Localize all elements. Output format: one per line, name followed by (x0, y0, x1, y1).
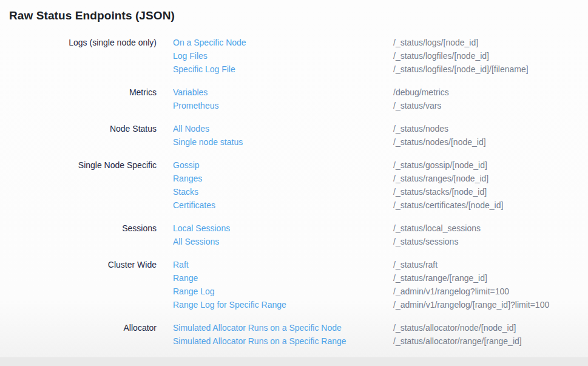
endpoint-path: /_status/raft (393, 258, 549, 271)
endpoint-paths-column: /_status/logs/[node_id] /_status/logfile… (393, 36, 529, 76)
endpoint-path: /_status/logfiles/[node_id] (393, 49, 529, 63)
group-category-label: Logs (single node only) (0, 36, 157, 49)
endpoint-link[interactable]: Gossip (173, 158, 200, 172)
endpoint-group-logs: Logs (single node only) On a Specific No… (0, 36, 588, 76)
endpoint-link[interactable]: Range Log for Specific Range (173, 298, 286, 311)
endpoint-links-column: Raft Range Range Log Range Log for Speci… (173, 258, 393, 311)
endpoint-link[interactable]: On a Specific Node (173, 36, 246, 49)
endpoint-path: /_status/range/[range_id] (393, 271, 549, 285)
endpoint-group-node-status: Node Status All Nodes Single node status… (0, 122, 588, 149)
endpoint-link[interactable]: Stacks (173, 185, 198, 198)
endpoint-path: /_status/logs/[node_id] (393, 36, 529, 49)
group-category-label: Cluster Wide (0, 258, 157, 271)
endpoint-paths-column: /_status/local_sessions /_status/session… (393, 222, 481, 248)
endpoint-path: /_status/sessions (393, 235, 481, 248)
endpoint-links-column: Local Sessions All Sessions (173, 222, 393, 248)
endpoint-path: /_status/allocator/node/[node_id] (393, 321, 522, 334)
endpoint-link[interactable]: Raft (173, 258, 189, 271)
endpoint-paths-column: /_status/nodes /_status/nodes/[node_id] (393, 122, 486, 149)
endpoint-path: /_status/stacks/[node_id] (393, 185, 503, 198)
endpoint-groups: Logs (single node only) On a Specific No… (0, 36, 588, 348)
endpoint-link[interactable]: Simulated Allocator Runs on a Specific R… (173, 334, 346, 348)
endpoint-link[interactable]: Ranges (173, 172, 202, 185)
endpoint-path: /_status/nodes/[node_id] (393, 135, 486, 149)
endpoint-path: /_status/allocator/range/[range_id] (393, 334, 522, 348)
page-title: Raw Status Endpoints (JSON) (9, 9, 588, 22)
endpoint-path: /_admin/v1/rangelog/[range_id]?limit=100 (393, 298, 549, 311)
endpoint-path: /_status/gossip/[node_id] (393, 158, 503, 172)
endpoint-path: /_status/vars (393, 99, 449, 112)
endpoint-link[interactable]: Specific Log File (173, 63, 235, 76)
endpoint-link[interactable]: Log Files (173, 49, 208, 63)
endpoint-links-column: On a Specific Node Log Files Specific Lo… (173, 36, 393, 76)
endpoint-link[interactable]: All Nodes (173, 122, 209, 135)
endpoint-path: /_status/local_sessions (393, 222, 481, 235)
endpoint-link[interactable]: Simulated Allocator Runs on a Specific N… (173, 321, 342, 334)
endpoint-link[interactable]: Range Log (173, 285, 215, 298)
endpoint-link[interactable]: Prometheus (173, 99, 218, 112)
endpoint-links-column: Simulated Allocator Runs on a Specific N… (173, 321, 393, 348)
group-category-label: Node Status (0, 122, 157, 135)
endpoint-paths-column: /_status/gossip/[node_id] /_status/range… (393, 158, 503, 212)
endpoint-path: /_status/logfiles/[node_id]/[filename] (393, 63, 529, 76)
group-category-label: Allocator (0, 321, 157, 334)
group-category-label: Single Node Specific (0, 158, 157, 172)
endpoint-paths-column: /_status/allocator/node/[node_id] /_stat… (393, 321, 522, 348)
group-category-label: Metrics (0, 86, 157, 99)
endpoint-link[interactable]: Local Sessions (173, 222, 230, 235)
endpoint-group-sessions: Sessions Local Sessions All Sessions /_s… (0, 222, 588, 248)
endpoint-link[interactable]: Range (173, 271, 198, 285)
endpoint-group-allocator: Allocator Simulated Allocator Runs on a … (0, 321, 588, 348)
section-divider (0, 358, 588, 366)
endpoint-links-column: Gossip Ranges Stacks Certificates (173, 158, 393, 212)
endpoint-group-cluster-wide: Cluster Wide Raft Range Range Log Range … (0, 258, 588, 311)
endpoint-group-single-node-specific: Single Node Specific Gossip Ranges Stack… (0, 158, 588, 212)
endpoint-group-metrics: Metrics Variables Prometheus /debug/metr… (0, 86, 588, 112)
endpoint-paths-column: /debug/metrics /_status/vars (393, 86, 449, 112)
endpoint-path: /_status/ranges/[node_id] (393, 172, 503, 185)
endpoint-links-column: All Nodes Single node status (173, 122, 393, 149)
endpoint-path: /debug/metrics (393, 86, 449, 99)
endpoint-path: /_admin/v1/rangelog?limit=100 (393, 285, 549, 298)
endpoint-path: /_status/nodes (393, 122, 486, 135)
endpoint-link[interactable]: Single node status (173, 135, 243, 149)
endpoint-link[interactable]: Certificates (173, 198, 215, 212)
endpoint-links-column: Variables Prometheus (173, 86, 393, 112)
group-category-label: Sessions (0, 222, 157, 235)
raw-status-endpoints-panel: Raw Status Endpoints (JSON) Logs (single… (0, 0, 588, 348)
endpoint-path: /_status/certificates/[node_id] (393, 198, 503, 212)
endpoint-paths-column: /_status/raft /_status/range/[range_id] … (393, 258, 549, 311)
endpoint-link[interactable]: All Sessions (173, 235, 219, 248)
endpoint-link[interactable]: Variables (173, 86, 208, 99)
